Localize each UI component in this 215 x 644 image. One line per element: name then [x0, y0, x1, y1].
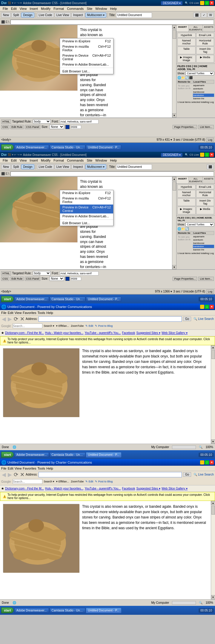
tab-elements-1[interactable]: ALL ELEMENTS — [189, 25, 202, 32]
ins-div-2[interactable]: Insert Div Tag — [196, 198, 214, 206]
ie-scroll-thumb-4[interactable] — [211, 506, 215, 515]
maximize-btn-1[interactable]: □ — [205, 1, 209, 5]
fav-youtube-3[interactable]: YouTube - queentiff's You... — [85, 331, 121, 335]
scroll-thumb-2[interactable] — [173, 182, 176, 191]
fav-suggested-3[interactable]: Suggested Sites ▾ — [136, 331, 160, 335]
menu-site-2[interactable]: Site — [85, 158, 94, 162]
start-btn-1[interactable]: start — [1, 144, 14, 150]
start-btn-4[interactable]: start — [1, 607, 14, 613]
menu-help-1[interactable]: Help — [108, 7, 118, 11]
btn-liveview-2[interactable]: Live View — [55, 164, 71, 169]
ie-menu-edit-4[interactable]: Edit — [8, 467, 13, 470]
ie-scroll-down-4[interactable]: ▼ — [211, 595, 215, 599]
fav-facebook-4[interactable]: Facebook — [122, 487, 135, 490]
ie-close-3[interactable]: ✕ — [210, 305, 214, 309]
ie-menu-favorites-3[interactable]: Favorites — [23, 311, 36, 315]
targeted-rule-select-1[interactable]: body — [33, 119, 51, 124]
menu-format-2[interactable]: Format — [52, 158, 65, 162]
ie-scroll-thumb-3[interactable] — [211, 350, 215, 359]
menu-insert-2[interactable]: Insert — [28, 158, 39, 162]
ie-menu-tools-4[interactable]: Tools — [38, 467, 45, 470]
btn-split-1[interactable]: Split — [11, 13, 21, 18]
ie-zoom-pct-4[interactable]: 100% — [205, 601, 213, 604]
ie-menu-view-4[interactable]: View — [15, 467, 22, 470]
edit-rule-btn-2[interactable]: Edit Rule — [10, 277, 24, 281]
file-item-5[interactable]: banner-fre — [193, 97, 214, 100]
taskbar-dw-3[interactable]: Adobe Dreamweaver... — [14, 452, 49, 457]
ie-scrollbar-3[interactable]: ▲ ▼ — [211, 345, 215, 444]
menu-file-2[interactable]: File — [1, 158, 10, 162]
list-item-btn-1[interactable]: List Item... — [198, 125, 214, 129]
dd-preview-device-1[interactable]: Preview in Device Central Ctrl+Alt+F12 — [60, 53, 113, 62]
taskbar-ie-3[interactable]: Untitled Document - P... — [86, 452, 122, 457]
validate-btn-1[interactable]: W — [208, 13, 214, 18]
ins-email-2[interactable]: Email Link — [196, 185, 214, 189]
ie-go-btn-3[interactable]: Go — [183, 317, 191, 321]
minimize-btn-1[interactable]: _ — [200, 1, 204, 5]
ie-menu-favorites-4[interactable]: Favorites — [23, 467, 36, 470]
size-select-1[interactable]: None — [49, 125, 64, 129]
menu-file-1[interactable]: File — [1, 7, 10, 11]
taskbar-camtasia-4[interactable]: Camtasia Studio - Unt... — [50, 608, 85, 613]
log-btn-1[interactable]: Log — [206, 138, 214, 142]
ie-menu-file-3[interactable]: File — [1, 311, 7, 315]
menu-window-2[interactable]: Window — [94, 158, 108, 162]
menu-window-1[interactable]: Window — [94, 7, 108, 11]
ie-refresh-3[interactable]: ⟳ — [13, 316, 19, 322]
dd-edit-browsers-1[interactable]: Edit Browser List... — [60, 69, 113, 74]
btn-multiscreen-2[interactable]: Multiscreen ▾ — [85, 164, 107, 169]
tab-insert-1[interactable]: INSERT — [176, 25, 189, 32]
menu-view-2[interactable]: View — [18, 158, 28, 162]
ins-anchor-2[interactable]: Named Anchor — [177, 190, 196, 198]
taskbar-dw-2[interactable]: Adobe Dreamweaver... — [14, 297, 49, 302]
ie-menu-tools-3[interactable]: Tools — [38, 311, 45, 315]
insert-hyperlink[interactable]: Hyperlink — [177, 33, 196, 38]
insert-media[interactable]: ▶ Media — [196, 55, 214, 63]
dd-preview-firefox-1[interactable]: Preview in mozilla Firefox Ctrl+F12 — [60, 44, 113, 53]
ie-minimize-4[interactable]: _ — [200, 460, 204, 465]
scroll-down-1[interactable]: ▼ — [172, 113, 176, 117]
google-tools-3[interactable]: ▾ Eff8lan... — [56, 324, 69, 327]
ins-table-2[interactable]: Table — [177, 198, 196, 206]
insert-table[interactable]: Table — [177, 47, 196, 54]
log-btn-2[interactable]: Log — [206, 290, 214, 294]
dd-preview-iexplore-1[interactable]: Preview in iExplore F12 — [60, 38, 113, 44]
btn-liveview-1[interactable]: Live View — [55, 13, 71, 18]
ie-scroll-up-3[interactable]: ▲ — [211, 345, 215, 349]
file-item-3[interactable]: bamboose — [193, 90, 214, 94]
file-item-2-3[interactable]: bamboose — [193, 242, 214, 245]
fav-dictionary-4[interactable]: Dictionary.com - Find the M... — [5, 487, 44, 490]
dd-preview-firefox-2[interactable]: Preview in mozilla Firefox Ctrl+F12 — [60, 196, 113, 205]
targeted-rule-select-2[interactable]: body — [33, 271, 51, 275]
dd-preview-device-2[interactable]: Preview in Device Central Ctrl+Alt+F12 — [60, 205, 113, 213]
edit-rule-btn-1[interactable]: Edit Rule — [10, 125, 24, 129]
ie-maximize-3[interactable]: □ — [205, 305, 209, 309]
list-item-btn-2[interactable]: List Item... — [198, 277, 214, 281]
start-btn-2[interactable]: start — [1, 296, 14, 302]
file-item-4[interactable]: bandedon — [193, 94, 214, 97]
color-swatch-2[interactable] — [65, 277, 70, 281]
menu-help-2[interactable]: Help — [108, 158, 118, 162]
title-input-1[interactable] — [116, 13, 152, 18]
start-btn-3[interactable]: start — [1, 452, 14, 458]
dd-preview-iexplore-2[interactable]: Preview in iExplore F12 — [60, 190, 113, 196]
scroll-thumb-1[interactable] — [173, 30, 176, 39]
fav-hulu-3[interactable]: Hulu - Watch your favorites... — [45, 331, 84, 335]
ie-forward-4[interactable]: ▶ — [7, 471, 13, 478]
taskbar-ie-1[interactable]: Untitled Document - P... — [86, 145, 122, 150]
post-blog-4[interactable]: ✎ Post to Blog — [95, 480, 113, 483]
menu-modify-2[interactable]: Modify — [39, 158, 52, 162]
menu-modify-1[interactable]: Modify — [39, 7, 52, 11]
ie-scroll-up-4[interactable]: ▲ — [211, 501, 215, 505]
btn-new-2[interactable]: New — [1, 164, 11, 169]
ie-zoom-pct-3[interactable]: 100% — [205, 445, 213, 449]
props-html-btn-2[interactable]: HTML — [1, 271, 11, 275]
fav-youtube-4[interactable]: YouTube - queentiff's You... — [85, 487, 121, 490]
props-html-btn-1[interactable]: HTML — [1, 120, 11, 124]
insert-images[interactable]: ▶ Images: Image — [177, 55, 196, 63]
edit-link-3[interactable]: ✎ Edit — [85, 324, 93, 327]
scroll-down-2[interactable]: ▼ — [172, 265, 176, 269]
insert-insert-div[interactable]: Insert Div Tag — [196, 47, 214, 54]
maximize-btn-2[interactable]: □ — [205, 153, 209, 157]
ie-back-3[interactable]: ◀ — [1, 316, 7, 322]
